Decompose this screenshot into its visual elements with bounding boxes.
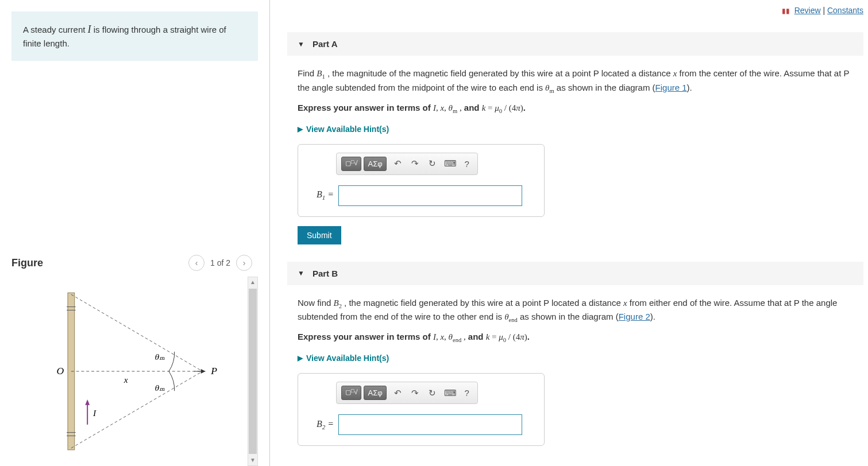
scroll-down-icon[interactable]: ▼ (250, 455, 256, 465)
caret-right-icon: ▶ (298, 354, 303, 362)
templates-button[interactable]: ▢□√ (341, 386, 361, 400)
greek-button[interactable]: ΑΣφ (364, 386, 386, 400)
label-P: P (210, 365, 217, 376)
figure-scrollbar[interactable]: ▲ ▼ (248, 277, 258, 466)
help-icon[interactable]: ? (461, 159, 473, 169)
figure-image: O x P θₘ θₘ I (11, 277, 248, 466)
label-theta-top: θₘ (155, 352, 165, 362)
part-b-body: Now find B2 , the magnetic field generat… (287, 285, 863, 464)
keyboard-icon[interactable]: ⌨ (444, 388, 456, 398)
redo-icon[interactable]: ↷ (410, 388, 421, 398)
right-panel: ▮▮ Review | Constants ▼ Part A Find B1 ,… (270, 0, 868, 466)
part-b-header[interactable]: ▼ Part B (287, 262, 863, 285)
part-a-answer-input[interactable] (338, 185, 522, 206)
part-b-answer-input[interactable] (338, 414, 522, 435)
figure-section: Figure ‹ 1 of 2 › (11, 255, 258, 466)
svg-line-6 (71, 371, 203, 448)
part-a-title: Part A (313, 39, 338, 49)
part-a-text: Find B1 , the magnitude of the magnetic … (298, 67, 863, 96)
part-a-express: Express your answer in terms of I, x, θm… (298, 103, 863, 114)
part-a-answer-row: B1 = (306, 185, 536, 206)
review-link[interactable]: Review (794, 6, 821, 15)
part-a-submit-button[interactable]: Submit (298, 226, 341, 244)
undo-icon[interactable]: ↶ (392, 158, 404, 169)
part-b-title: Part B (313, 269, 338, 278)
scroll-thumb[interactable] (249, 289, 257, 454)
constants-link[interactable]: Constants (827, 6, 863, 15)
part-a-body: Find B1 , the magnitude of the magnetic … (287, 56, 863, 262)
equation-toolbar-b: ▢□√ ΑΣφ ↶ ↷ ↻ ⌨ ? (336, 382, 478, 404)
label-O: O (56, 365, 64, 376)
part-b-hints[interactable]: ▶ View Available Hint(s) (298, 354, 863, 363)
figure-page-label: 1 of 2 (210, 258, 230, 267)
part-b-answer-label: B2 = (306, 419, 334, 430)
caret-right-icon: ▶ (298, 125, 303, 133)
label-theta-bot: θₘ (155, 383, 165, 393)
svg-marker-9 (201, 369, 206, 374)
greek-button[interactable]: ΑΣφ (364, 157, 386, 171)
undo-icon[interactable]: ↶ (392, 388, 404, 398)
part-a-answer-box: ▢□√ ΑΣφ ↶ ↷ ↻ ⌨ ? B1 = (298, 144, 545, 217)
figure-title: Figure (11, 257, 43, 269)
reset-icon[interactable]: ↻ (427, 158, 438, 169)
scroll-up-icon[interactable]: ▲ (250, 277, 256, 288)
figure1-link[interactable]: Figure 1 (655, 83, 687, 92)
label-I: I (92, 408, 97, 418)
figure-body: O x P θₘ θₘ I ▲ ▼ (11, 277, 258, 466)
redo-icon[interactable]: ↷ (410, 158, 421, 169)
figure-prev-button[interactable]: ‹ (188, 255, 205, 271)
svg-marker-11 (85, 399, 90, 405)
label-x: x (124, 375, 128, 385)
equation-toolbar: ▢□√ ΑΣφ ↶ ↷ ↻ ⌨ ? (336, 153, 478, 175)
keyboard-icon[interactable]: ⌨ (444, 158, 456, 169)
top-links: ▮▮ Review | Constants (287, 6, 863, 15)
part-b-text: Now find B2 , the magnetic field generat… (298, 297, 863, 325)
part-a-hints[interactable]: ▶ View Available Hint(s) (298, 125, 863, 134)
problem-statement: A steady current I is flowing through a … (11, 11, 258, 61)
part-b-answer-box: ▢□√ ΑΣφ ↶ ↷ ↻ ⌨ ? B2 = (298, 373, 545, 446)
figure-next-button[interactable]: › (236, 255, 252, 271)
figure2-link[interactable]: Figure 2 (619, 312, 650, 321)
figure-header: Figure ‹ 1 of 2 › (11, 255, 258, 271)
svg-line-5 (71, 294, 203, 371)
caret-down-icon: ▼ (298, 269, 304, 277)
book-icon: ▮▮ (782, 7, 790, 15)
figure-pager: ‹ 1 of 2 › (188, 255, 252, 271)
help-icon[interactable]: ? (461, 388, 473, 398)
part-b-express: Express your answer in terms of I, x, θe… (298, 332, 863, 343)
caret-down-icon: ▼ (298, 40, 304, 48)
templates-button[interactable]: ▢□√ (341, 157, 361, 171)
reset-icon[interactable]: ↻ (427, 388, 438, 398)
part-a-answer-label: B1 = (306, 189, 334, 201)
left-panel: A steady current I is flowing through a … (0, 0, 270, 466)
app-root: A steady current I is flowing through a … (0, 0, 868, 466)
part-a-header[interactable]: ▼ Part A (287, 32, 863, 56)
part-b-answer-row: B2 = (306, 414, 536, 435)
